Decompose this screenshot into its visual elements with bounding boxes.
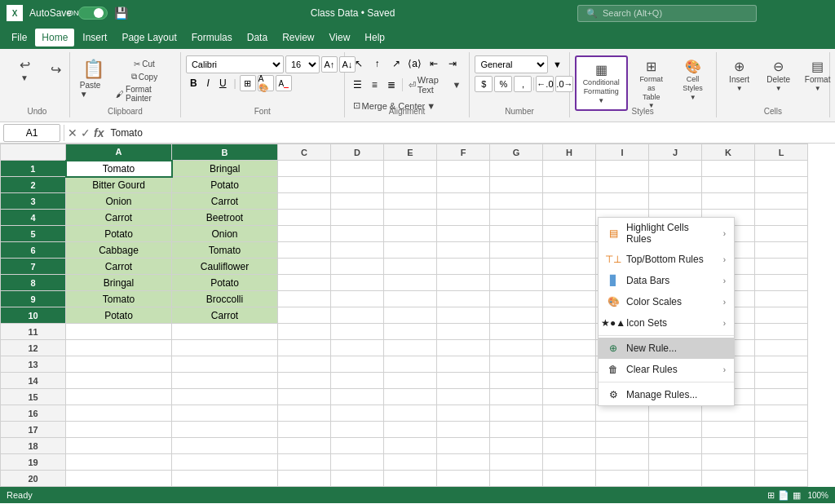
cell-G17[interactable] [490,422,543,438]
cell-B9[interactable]: Broccolli [172,291,278,307]
cell-I1[interactable] [596,161,649,177]
comma-btn[interactable]: , [514,76,532,92]
cell-G14[interactable] [490,373,543,389]
cell-E16[interactable] [384,405,437,422]
cell-F13[interactable] [437,356,490,373]
cell-A18[interactable] [66,438,172,454]
view-normal-icon[interactable]: ⊞ [767,490,775,501]
menu-item-clearrules[interactable]: 🗑Clear Rules› [599,359,734,380]
cell-F7[interactable] [437,259,490,275]
cell-E7[interactable] [384,259,437,275]
cell-J19[interactable] [649,454,702,471]
cell-E5[interactable] [384,226,437,242]
col-header-d[interactable]: D [331,144,384,161]
cell-K1[interactable] [702,161,755,177]
cell-L12[interactable] [755,340,808,356]
cell-L19[interactable] [755,454,808,471]
col-header-e[interactable]: E [384,144,437,161]
cell-G1[interactable] [490,161,543,177]
cell-B5[interactable]: Onion [172,226,278,242]
cell-F11[interactable] [437,324,490,340]
cell-A1[interactable]: Tomato [66,161,172,177]
cell-D18[interactable] [331,438,384,454]
cell-G7[interactable] [490,259,543,275]
cell-D11[interactable] [331,324,384,340]
percent-btn[interactable]: % [494,76,512,92]
cell-B16[interactable] [172,405,278,422]
cell-F8[interactable] [437,275,490,291]
cell-C19[interactable] [278,454,331,471]
cell-C9[interactable] [278,291,331,307]
cell-H15[interactable] [543,389,596,405]
cell-I17[interactable] [596,422,649,438]
cell-H20[interactable] [543,471,596,487]
angle-text-btn[interactable]: ⟨a⟩ [406,55,424,72]
cell-G10[interactable] [490,307,543,324]
cell-B4[interactable]: Beetroot [172,210,278,226]
cell-F4[interactable] [437,210,490,226]
cell-F2[interactable] [437,177,490,193]
cell-D9[interactable] [331,291,384,307]
cell-E12[interactable] [384,340,437,356]
cell-C15[interactable] [278,389,331,405]
cell-H13[interactable] [543,356,596,373]
cell-J17[interactable] [649,422,702,438]
col-header-k[interactable]: K [702,144,755,161]
cell-D3[interactable] [331,193,384,210]
col-header-i[interactable]: I [596,144,649,161]
cell-F5[interactable] [437,226,490,242]
menu-insert[interactable]: Insert [76,29,113,46]
cell-A11[interactable] [66,324,172,340]
cell-I3[interactable] [596,193,649,210]
cell-H3[interactable] [543,193,596,210]
cell-B8[interactable]: Potato [172,275,278,291]
cell-C14[interactable] [278,373,331,389]
cell-A10[interactable]: Potato [66,307,172,324]
menu-item-newrule[interactable]: ⊕New Rule... [599,338,734,359]
cell-D20[interactable] [331,471,384,487]
cell-H6[interactable] [543,242,596,259]
col-header-g[interactable]: G [490,144,543,161]
cell-A3[interactable]: Onion [66,193,172,210]
menu-formulas[interactable]: Formulas [185,29,239,46]
fill-color-btn[interactable]: A🎨 [258,75,274,91]
format-btn[interactable]: ▤ Format ▼ [800,55,835,95]
cell-B15[interactable] [172,389,278,405]
bold-btn[interactable]: B [186,76,201,91]
cell-L8[interactable] [755,275,808,291]
formula-content[interactable]: Tomato [107,127,832,139]
formula-cross-icon[interactable]: ✕ [68,126,77,139]
cell-C5[interactable] [278,226,331,242]
menu-home[interactable]: Home [35,29,74,46]
cell-reference-box[interactable]: A1 [3,124,60,142]
align-top-right-btn[interactable]: ↗ [387,55,405,72]
col-header-b[interactable]: B [172,144,278,161]
cell-D19[interactable] [331,454,384,471]
cell-D6[interactable] [331,242,384,259]
cell-H19[interactable] [543,454,596,471]
cell-B6[interactable]: Tomato [172,242,278,259]
cell-L4[interactable] [755,210,808,226]
cell-E6[interactable] [384,242,437,259]
cell-H16[interactable] [543,405,596,422]
cell-B19[interactable] [172,454,278,471]
number-format-select[interactable]: General [475,55,548,73]
cell-H17[interactable] [543,422,596,438]
cell-J16[interactable] [649,405,702,422]
cell-F20[interactable] [437,471,490,487]
cell-E10[interactable] [384,307,437,324]
cell-F17[interactable] [437,422,490,438]
cell-H14[interactable] [543,373,596,389]
view-layout-icon[interactable]: 📄 [778,490,789,501]
cell-G20[interactable] [490,471,543,487]
cell-A2[interactable]: Bitter Gourd [66,177,172,193]
cell-I18[interactable] [596,438,649,454]
cell-L10[interactable] [755,307,808,324]
cell-D13[interactable] [331,356,384,373]
number-format-expand-btn[interactable]: ▼ [550,57,564,72]
cell-H12[interactable] [543,340,596,356]
paste-btn[interactable]: 📋 Paste ▼ [75,55,112,102]
cell-G8[interactable] [490,275,543,291]
cell-B20[interactable] [172,471,278,487]
cell-D14[interactable] [331,373,384,389]
